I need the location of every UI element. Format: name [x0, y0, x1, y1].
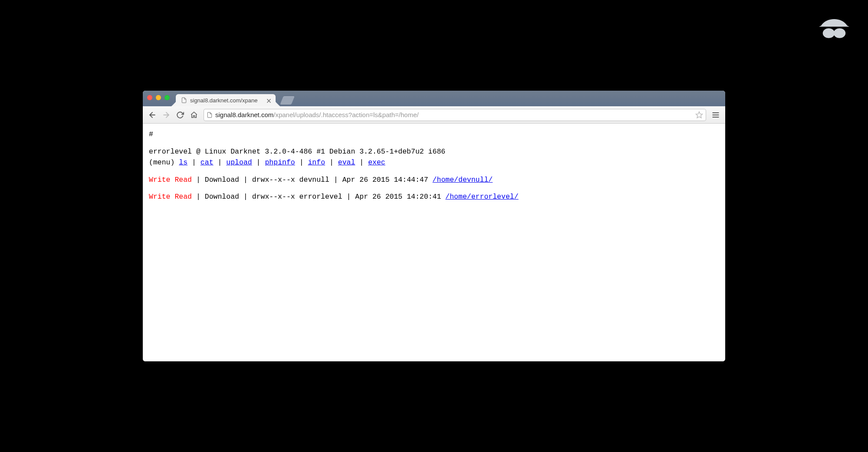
- svg-point-0: [823, 28, 835, 38]
- svg-marker-5: [696, 111, 703, 118]
- page-content: # errorlevel @ Linux Darknet 3.2.0-4-486…: [143, 124, 725, 361]
- listing-row: Write Read | Download | drwx--x--x error…: [149, 191, 719, 203]
- menu-link-cat[interactable]: cat: [201, 158, 214, 167]
- menu-sep: |: [187, 158, 201, 167]
- row-sep: |: [239, 193, 252, 201]
- menu-sep: |: [295, 158, 308, 167]
- system-banner: errorlevel @ Linux Darknet 3.2.0-4-486 #…: [149, 147, 445, 156]
- browser-toolbar: signal8.darknet.com/xpanel/uploads/.htac…: [143, 106, 725, 124]
- url-text: signal8.darknet.com/xpanel/uploads/.htac…: [215, 111, 693, 118]
- close-window-button[interactable]: [147, 95, 152, 100]
- back-button[interactable]: [146, 109, 158, 121]
- new-tab-button[interactable]: [280, 96, 295, 105]
- browser-tab[interactable]: signal8.darknet.com/xpane: [176, 94, 276, 106]
- row-path-link[interactable]: /home/devnull/: [433, 176, 493, 184]
- window-controls: [147, 95, 170, 100]
- row-datetime: Apr 26 2015 14:44:47: [342, 176, 428, 184]
- shell-prompt: #: [149, 129, 719, 140]
- menu-link-eval[interactable]: eval: [338, 158, 355, 167]
- browser-window: signal8.darknet.com/xpane: [143, 91, 725, 361]
- menu-link-info[interactable]: info: [308, 158, 325, 167]
- row-download: Download: [205, 176, 239, 184]
- menu-sep: |: [214, 158, 227, 167]
- tab-strip: signal8.darknet.com/xpane: [143, 91, 725, 106]
- menu-link-ls[interactable]: ls: [179, 158, 187, 167]
- menu-label: (menu): [149, 158, 174, 167]
- close-tab-icon[interactable]: [266, 98, 271, 103]
- forward-button[interactable]: [160, 109, 172, 121]
- url-host: signal8.darknet.com: [215, 111, 273, 118]
- row-mode-owner: drwx--x--x errorlevel: [252, 193, 342, 201]
- page-favicon-icon: [181, 97, 187, 103]
- svg-rect-2: [833, 32, 835, 34]
- row-sep: |: [342, 193, 355, 201]
- reload-button[interactable]: [174, 109, 186, 121]
- url-path: /xpanel/uploads/.htaccess?action=ls&path…: [273, 111, 418, 118]
- address-bar[interactable]: signal8.darknet.com/xpanel/uploads/.htac…: [204, 109, 706, 121]
- zoom-window-button[interactable]: [164, 95, 170, 100]
- row-sep: |: [239, 176, 252, 184]
- svg-point-1: [834, 28, 846, 38]
- bookmark-star-icon[interactable]: [695, 111, 703, 119]
- home-button[interactable]: [188, 109, 200, 121]
- row-perms: Write Read: [149, 176, 192, 184]
- row-mode-owner: drwx--x--x devnull: [252, 176, 329, 184]
- menu-link-phpinfo[interactable]: phpinfo: [265, 158, 295, 167]
- menu-link-exec[interactable]: exec: [368, 158, 385, 167]
- row-download: Download: [205, 193, 239, 201]
- row-perms: Write Read: [149, 193, 192, 201]
- listing-row: Write Read | Download | drwx--x--x devnu…: [149, 174, 719, 186]
- incognito-icon: [817, 15, 852, 41]
- row-sep: |: [329, 176, 342, 184]
- menu-sep: |: [325, 158, 338, 167]
- row-sep: |: [192, 193, 205, 201]
- minimize-window-button[interactable]: [156, 95, 161, 100]
- row-sep: |: [192, 176, 205, 184]
- browser-menu-button[interactable]: [710, 109, 722, 121]
- tab-title: signal8.darknet.com/xpane: [190, 97, 263, 104]
- row-path-link[interactable]: /home/errorlevel/: [445, 193, 518, 201]
- row-datetime: Apr 26 2015 14:20:41: [355, 193, 441, 201]
- menu-sep: |: [252, 158, 265, 167]
- menu-sep: |: [355, 158, 368, 167]
- menu-link-upload[interactable]: upload: [226, 158, 252, 167]
- site-identity-icon: [207, 112, 213, 118]
